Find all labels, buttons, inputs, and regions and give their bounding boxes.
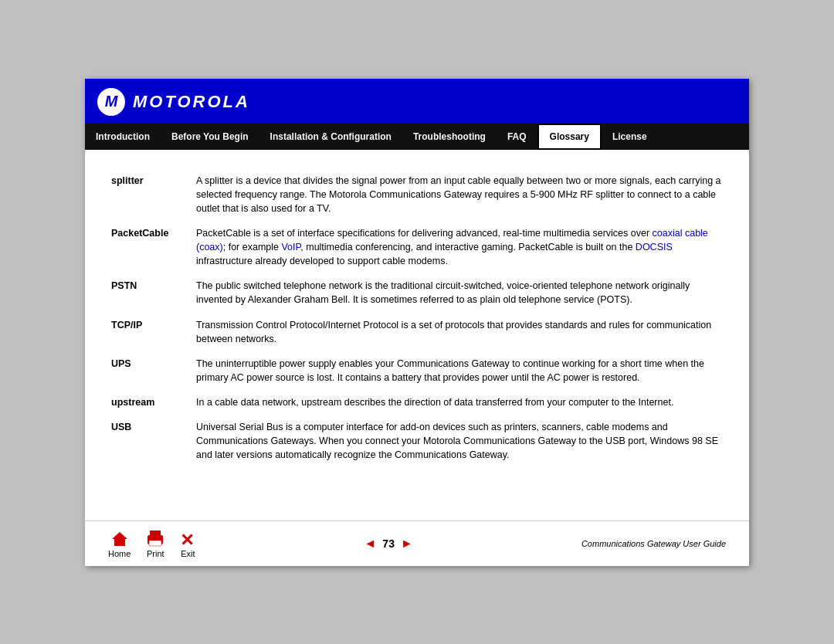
def-tcpip: Transmission Control Protocol/Internet P…: [193, 313, 726, 351]
page-container: M MOTOROLA Introduction Before You Begin…: [85, 79, 749, 566]
footer-guide-title: Communications Gateway User Guide: [581, 539, 726, 548]
def-upstream: In a cable data network, upstream descri…: [193, 390, 726, 415]
print-label: Print: [147, 549, 164, 558]
next-page-button[interactable]: ►: [401, 537, 413, 551]
link-coaxial-cable[interactable]: coaxial cable (coax): [196, 228, 708, 253]
header: M MOTOROLA: [85, 79, 749, 124]
nav-item-glossary[interactable]: Glossary: [537, 124, 602, 150]
glossary-row-pstn: PSTN The public switched telephone netwo…: [108, 273, 726, 312]
prev-page-button[interactable]: ◄: [364, 537, 377, 551]
content-area: splitter A splitter is a device that div…: [85, 150, 749, 520]
home-icon: [110, 530, 129, 547]
glossary-row-ups: UPS The uninterruptible power supply ena…: [108, 351, 726, 390]
glossary-row-packetcable: PacketCable PacketCable is a set of inte…: [108, 221, 726, 273]
exit-icon: ✕: [180, 532, 195, 547]
home-button[interactable]: Home: [108, 530, 131, 558]
footer-left: Home Print ✕ Exit: [108, 529, 195, 558]
glossary-row-usb: USB Universal Serial Bus is a computer i…: [108, 415, 726, 467]
term-splitter: splitter: [108, 168, 193, 221]
logo-text: MOTOROLA: [133, 92, 250, 112]
def-splitter: A splitter is a device that divides the …: [193, 168, 726, 221]
term-usb: USB: [108, 415, 193, 467]
term-packetcable: PacketCable: [108, 221, 193, 273]
glossary-row-tcpip: TCP/IP Transmission Control Protocol/Int…: [108, 313, 726, 351]
svg-rect-4: [149, 541, 161, 546]
nav-item-introduction[interactable]: Introduction: [85, 124, 161, 150]
nav-item-troubleshooting[interactable]: Troubleshooting: [402, 124, 497, 150]
glossary-table: splitter A splitter is a device that div…: [108, 168, 726, 468]
term-upstream: upstream: [108, 390, 193, 415]
term-tcpip: TCP/IP: [108, 313, 193, 351]
def-packetcable: PacketCable is a set of interface specif…: [193, 221, 726, 273]
footer: Home Print ✕ Exit ◄ 73 ► C: [85, 520, 749, 566]
link-voip[interactable]: VoIP: [281, 242, 300, 253]
footer-center: ◄ 73 ►: [364, 537, 413, 551]
nav-item-installation-configuration[interactable]: Installation & Configuration: [259, 124, 402, 150]
glossary-row-upstream: upstream In a cable data network, upstre…: [108, 390, 726, 415]
nav-item-faq[interactable]: FAQ: [497, 124, 537, 150]
link-docsis[interactable]: DOCSIS: [636, 242, 673, 253]
term-pstn: PSTN: [108, 273, 193, 312]
logo-m-letter: M: [105, 93, 118, 110]
glossary-row-splitter: splitter A splitter is a device that div…: [108, 168, 726, 221]
exit-button[interactable]: ✕ Exit: [180, 532, 195, 558]
logo-circle: M: [97, 88, 125, 116]
svg-rect-3: [150, 530, 161, 537]
print-icon: [144, 529, 166, 547]
svg-rect-1: [117, 541, 122, 546]
nav-item-before-you-begin[interactable]: Before You Begin: [161, 124, 259, 150]
def-usb: Universal Serial Bus is a computer inter…: [193, 415, 726, 467]
def-pstn: The public switched telephone network is…: [193, 273, 726, 312]
exit-label: Exit: [181, 549, 195, 558]
term-ups: UPS: [108, 351, 193, 390]
page-number: 73: [382, 537, 395, 550]
nav-bar: Introduction Before You Begin Installati…: [85, 124, 749, 150]
def-ups: The uninterruptible power supply enables…: [193, 351, 726, 390]
print-button[interactable]: Print: [144, 529, 166, 558]
home-label: Home: [108, 549, 131, 558]
nav-item-license[interactable]: License: [602, 124, 658, 150]
